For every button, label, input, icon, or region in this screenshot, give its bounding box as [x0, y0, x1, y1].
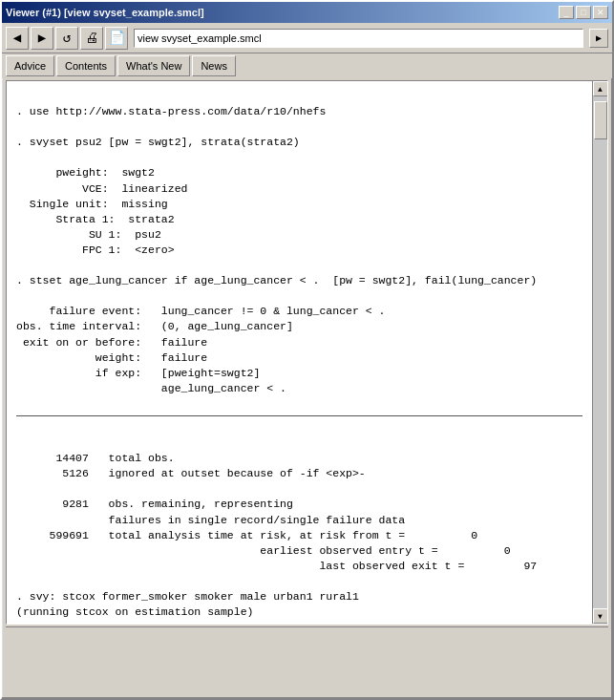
viewer-icon: 📄	[109, 30, 125, 46]
forward-button[interactable]: ▶	[31, 27, 53, 50]
maximize-button[interactable]: □	[576, 6, 591, 19]
text-content[interactable]: . use http://www.stata-press.com/data/r1…	[7, 81, 592, 624]
print-icon: 🖨	[85, 31, 98, 46]
title-bar: Viewer (#1) [view svyset_example.smcl] _…	[2, 2, 612, 23]
obs-block: 14407 total obs. 5126 ignored at outset …	[16, 452, 537, 624]
go-button[interactable]: ▶	[589, 29, 608, 48]
main-window: Viewer (#1) [view svyset_example.smcl] _…	[0, 0, 614, 700]
refresh-icon: ↺	[63, 30, 71, 46]
back-button[interactable]: ◀	[6, 27, 29, 50]
window-title: Viewer (#1) [view svyset_example.smcl]	[6, 7, 204, 18]
contents-button[interactable]: Contents	[56, 55, 116, 76]
nav-bar: Advice Contents What's New News	[2, 53, 612, 78]
scroll-down-button[interactable]: ▼	[593, 608, 608, 624]
close-button[interactable]: ✕	[593, 6, 608, 19]
address-bar	[134, 29, 583, 48]
separator-1	[16, 415, 582, 416]
scroll-up-button[interactable]: ▲	[593, 81, 608, 96]
scroll-thumb[interactable]	[594, 101, 607, 139]
refresh-button[interactable]: ↺	[55, 27, 78, 50]
window-controls: _ □ ✕	[559, 6, 608, 19]
toolbar: ◀ ▶ ↺ 🖨 📄 ▶	[2, 23, 612, 53]
go-icon: ▶	[596, 32, 602, 44]
forward-icon: ▶	[38, 30, 46, 46]
scrollbar: ▲ ▼	[592, 81, 607, 624]
address-input[interactable]	[134, 29, 583, 48]
back-icon: ◀	[13, 30, 21, 46]
news-button[interactable]: News	[192, 55, 236, 76]
content-area: . use http://www.stata-press.com/data/r1…	[6, 80, 608, 625]
viewer-button[interactable]: 📄	[105, 27, 128, 50]
status-bar	[6, 626, 608, 647]
advice-button[interactable]: Advice	[6, 55, 54, 76]
whats-new-button[interactable]: What's New	[117, 55, 190, 76]
scroll-track[interactable]	[593, 96, 607, 608]
minimize-button[interactable]: _	[559, 6, 574, 19]
print-button[interactable]: 🖨	[80, 27, 103, 50]
line-use: . use http://www.stata-press.com/data/r1…	[16, 105, 537, 394]
